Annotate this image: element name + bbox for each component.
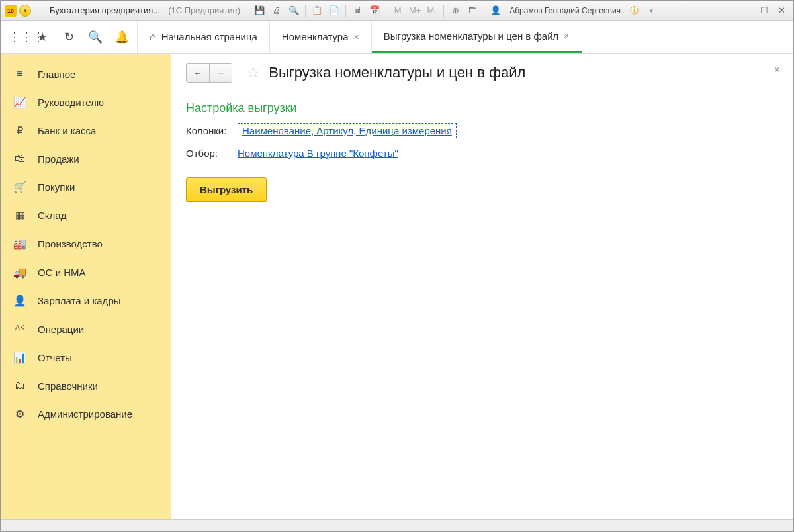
favorite-icon[interactable]: ★ xyxy=(35,30,50,44)
sidebar-item-sales[interactable]: 🛍Продажи xyxy=(1,145,171,173)
sidebar-item-label: Справочники xyxy=(38,380,98,392)
tab-home[interactable]: ⌂ Начальная страница xyxy=(138,21,270,53)
page-nav: ← → xyxy=(186,63,232,83)
app-logo-icon: 1c xyxy=(5,5,17,17)
sidebar-item-label: Продажи xyxy=(38,154,79,165)
sidebar-item-label: Склад xyxy=(38,210,66,221)
filter-label: Отбор: xyxy=(186,148,238,159)
tabs: ⌂ Начальная страница Номенклатура × Выгр… xyxy=(138,21,582,53)
chart-icon: 📈 xyxy=(13,96,27,109)
bar-chart-icon: 📊 xyxy=(13,351,27,364)
sidebar-item-label: Производство xyxy=(38,238,103,249)
bag-icon: 🛍 xyxy=(13,153,27,165)
sidebar-item-manager[interactable]: 📈Руководителю xyxy=(1,88,171,116)
search-icon[interactable]: 🔍 xyxy=(88,30,103,44)
toolbar-left: ⋮⋮⋮ ★ ↻ 🔍 🔔 xyxy=(1,21,138,53)
sidebar-item-hr[interactable]: 👤Зарплата и кадры xyxy=(1,287,171,315)
sidebar-item-bank[interactable]: ₽Банк и касса xyxy=(1,116,171,145)
info-dropdown[interactable]: ▾ xyxy=(644,3,659,18)
current-user[interactable]: Абрамов Геннадий Сергеевич xyxy=(506,6,625,15)
sidebar-item-label: ОС и НМА xyxy=(38,267,86,278)
home-icon: ⌂ xyxy=(150,31,156,43)
columns-row: Колонки: Наименование, Артикул, Единица … xyxy=(186,123,779,138)
back-button[interactable]: ← xyxy=(187,64,209,82)
apps-icon[interactable]: ⋮⋮⋮ xyxy=(9,30,23,44)
sidebar-item-label: Покупки xyxy=(38,181,75,193)
sidebar-item-operations[interactable]: ᴬᴷОперации xyxy=(1,315,171,343)
m-icon[interactable]: M xyxy=(390,3,405,18)
section-title: Настройка выгрузки xyxy=(186,101,779,115)
history-icon[interactable]: ↻ xyxy=(62,30,76,44)
titlebar: 1c ▾ Бухгалтерия предприятия... (1С:Пред… xyxy=(1,1,793,21)
minimize-button[interactable]: — xyxy=(739,4,755,17)
save-icon[interactable]: 💾 xyxy=(252,3,267,18)
tab-label: Номенклатура xyxy=(282,31,349,42)
calculator-icon[interactable]: 🖩 xyxy=(350,3,365,18)
sidebar-item-catalogs[interactable]: 🗂Справочники xyxy=(1,372,171,400)
tab-export[interactable]: Выгрузка номенклатуры и цен в файл × xyxy=(372,21,582,53)
main-area: ≡Главное 📈Руководителю ₽Банк и касса 🛍Пр… xyxy=(1,54,793,519)
page-title: Выгрузка номенклатуры и цен в файл xyxy=(269,64,525,81)
gear-icon: ⚙ xyxy=(13,408,27,420)
folders-icon: 🗂 xyxy=(13,380,27,392)
sidebar-item-label: Банк и касса xyxy=(38,125,96,136)
maximize-button[interactable]: ☐ xyxy=(756,4,772,17)
sidebar-item-warehouse[interactable]: ▦Склад xyxy=(1,201,171,230)
status-bar xyxy=(1,519,793,531)
m-minus-icon[interactable]: M- xyxy=(425,3,439,18)
user-icon: 👤 xyxy=(488,3,503,18)
calendar-icon[interactable]: 📅 xyxy=(367,3,382,18)
sidebar-item-admin[interactable]: ⚙Администрирование xyxy=(1,400,171,428)
menu-icon: ≡ xyxy=(13,68,27,80)
sidebar-item-label: Руководителю xyxy=(38,97,104,108)
notifications-icon[interactable]: 🔔 xyxy=(114,30,129,44)
content-pane: × ← → ☆ Выгрузка номенклатуры и цен в фа… xyxy=(171,54,793,519)
cart-icon: 🛒 xyxy=(13,181,27,193)
columns-label: Колонки: xyxy=(186,125,238,136)
close-window-button[interactable]: ✕ xyxy=(773,4,789,17)
forward-button[interactable]: → xyxy=(209,64,232,82)
star-icon[interactable]: ☆ xyxy=(247,64,260,81)
close-page-icon[interactable]: × xyxy=(774,64,780,76)
close-tab-icon[interactable]: × xyxy=(353,32,359,42)
tab-nomenclature[interactable]: Номенклатура × xyxy=(270,21,372,53)
m-plus-icon[interactable]: M+ xyxy=(408,3,422,18)
close-tab-icon[interactable]: × xyxy=(564,30,569,41)
windows-icon[interactable]: 🗔 xyxy=(465,3,480,18)
tab-label: Выгрузка номенклатуры и цен в файл xyxy=(384,30,559,42)
sidebar-item-label: Отчеты xyxy=(38,352,72,363)
filter-value-link[interactable]: Номенклатура В группе "Конфеты" xyxy=(238,148,398,159)
zoom-icon[interactable]: ⊕ xyxy=(448,3,463,18)
sidebar-item-reports[interactable]: 📊Отчеты xyxy=(1,343,171,372)
truck-icon: 🚚 xyxy=(13,266,27,279)
app-menu-dropdown[interactable]: ▾ xyxy=(19,5,31,17)
factory-icon: 🏭 xyxy=(13,238,27,250)
sidebar-item-assets[interactable]: 🚚ОС и НМА xyxy=(1,258,171,287)
export-button[interactable]: Выгрузить xyxy=(186,177,267,202)
sidebar-item-label: Главное xyxy=(38,69,75,80)
filter-row: Отбор: Номенклатура В группе "Конфеты" xyxy=(186,148,779,159)
preview-icon[interactable]: 🔍 xyxy=(287,3,301,18)
sidebar-item-label: Операции xyxy=(38,324,84,335)
grid-icon: ▦ xyxy=(13,209,27,222)
columns-value-link[interactable]: Наименование, Артикул, Единица измерения xyxy=(238,123,457,138)
person-icon: 👤 xyxy=(13,294,27,307)
info-icon[interactable]: ⓘ xyxy=(627,3,642,18)
paste-icon[interactable]: 📄 xyxy=(327,3,341,18)
ruble-icon: ₽ xyxy=(13,124,27,137)
sidebar-item-label: Администрирование xyxy=(38,408,132,420)
sidebar-item-label: Зарплата и кадры xyxy=(38,295,121,306)
sidebar: ≡Главное 📈Руководителю ₽Банк и касса 🛍Пр… xyxy=(1,54,171,519)
sidebar-item-production[interactable]: 🏭Производство xyxy=(1,230,171,258)
copy-icon[interactable]: 📋 xyxy=(310,3,324,18)
app-window: 1c ▾ Бухгалтерия предприятия... (1С:Пред… xyxy=(0,0,794,532)
sidebar-item-purchases[interactable]: 🛒Покупки xyxy=(1,173,171,201)
print-icon[interactable]: 🖨 xyxy=(269,3,284,18)
sidebar-item-main[interactable]: ≡Главное xyxy=(1,60,171,88)
tab-bar: ⋮⋮⋮ ★ ↻ 🔍 🔔 ⌂ Начальная страница Номенкл… xyxy=(1,21,793,54)
operations-icon: ᴬᴷ xyxy=(13,323,27,335)
app-subtitle: (1С:Предприятие) xyxy=(168,5,240,15)
tab-label: Начальная страница xyxy=(161,31,257,42)
app-title: Бухгалтерия предприятия... xyxy=(50,5,160,15)
